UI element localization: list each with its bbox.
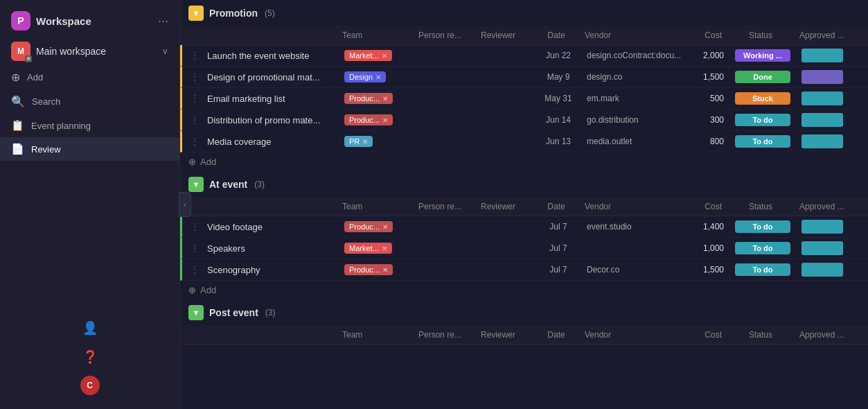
cost-cell: 800: [680, 137, 728, 146]
date-cell: Jun 22: [534, 51, 583, 60]
search-icon: 🔍: [11, 95, 25, 108]
date-cell: Jun 13: [534, 137, 583, 146]
event-planning-label: Event planning: [31, 121, 91, 131]
col-header-date: Date: [532, 202, 581, 211]
task-name[interactable]: Media coverage: [202, 137, 340, 147]
task-name[interactable]: Speakers: [202, 243, 340, 254]
team-tag[interactable]: Market... ✕: [340, 50, 416, 61]
approved-cell: [797, 241, 853, 255]
drag-handle[interactable]: ⋮: [188, 94, 202, 103]
drag-handle[interactable]: ⋮: [188, 72, 202, 82]
approved-cell: [797, 113, 853, 127]
table-row: ⋮ Scenography Produc... ✕ Jul 7 Decor.co…: [180, 259, 868, 281]
vendor-cell: Decor.co: [583, 265, 680, 275]
drag-handle[interactable]: ⋮: [188, 51, 202, 60]
status-cell[interactable]: Done: [728, 71, 797, 83]
search-label: Search: [32, 96, 60, 107]
date-cell: Jun 14: [534, 115, 583, 125]
status-cell[interactable]: Working ...: [728, 49, 797, 62]
group-promotion: ▼ Promotion (5) Team Person re... Review…: [180, 0, 868, 171]
add-icon: ⊕: [188, 157, 196, 167]
app-logo: P: [11, 11, 30, 31]
add-label: Add: [27, 72, 43, 82]
date-cell: Jul 7: [534, 265, 583, 275]
col-header-team: Team: [338, 31, 414, 40]
col-header-approved: Approved ...: [795, 202, 851, 211]
task-name[interactable]: Launch the event website: [202, 51, 340, 61]
team-tag[interactable]: Market... ✕: [340, 243, 416, 254]
promotion-add-row[interactable]: ⊕ Add: [180, 153, 868, 171]
drag-handle[interactable]: ⋮: [188, 137, 202, 146]
status-cell[interactable]: To do: [728, 135, 797, 148]
team-tag[interactable]: Design ✕: [340, 71, 416, 82]
sidebar-item-review[interactable]: 📄 Review: [0, 137, 179, 161]
approved-cell: [797, 92, 853, 105]
table-row: ⋮ Distribution of promo mate... Produc..…: [180, 110, 868, 131]
col-header-vendor: Vendor: [581, 202, 677, 211]
drag-handle[interactable]: ⋮: [188, 115, 202, 125]
team-tag[interactable]: PR ✕: [340, 136, 416, 147]
col-header-status: Status: [726, 31, 795, 40]
drag-handle[interactable]: ⋮: [188, 222, 202, 232]
post-event-table-header: Team Person re... Reviewer Date Vendor C…: [180, 326, 868, 345]
at-event-add-row[interactable]: ⊕ Add: [180, 281, 868, 299]
at-event-chevron[interactable]: ▼: [188, 177, 204, 192]
task-name[interactable]: Distribution of promo mate...: [202, 115, 340, 125]
team-tag[interactable]: Produc... ✕: [340, 264, 416, 275]
cost-cell: 2,000: [680, 51, 728, 60]
cost-cell: 1,000: [680, 243, 728, 253]
user-profile-icon[interactable]: 👤: [0, 313, 179, 342]
status-cell[interactable]: To do: [728, 220, 797, 233]
workspace-name-label: Main workspace: [36, 46, 162, 57]
team-tag[interactable]: Produc... ✕: [340, 114, 416, 125]
approved-cell: [797, 263, 853, 277]
status-cell[interactable]: To do: [728, 114, 797, 126]
date-cell: May 31: [534, 94, 583, 103]
post-event-group-name: Post event: [209, 307, 258, 318]
main-workspace-item[interactable]: M ⊞ Main workspace ∨: [0, 37, 179, 65]
workspace-more-button[interactable]: ···: [158, 14, 168, 28]
current-user-avatar[interactable]: C: [80, 376, 100, 395]
promotion-group-header: ▼ Promotion (5): [180, 0, 868, 26]
clipboard-icon: 📋: [11, 119, 24, 132]
help-icon[interactable]: ❓: [0, 342, 179, 372]
status-cell[interactable]: To do: [728, 263, 797, 276]
table-row: ⋮ Video footage Produc... ✕ Jul 7 event.…: [180, 216, 868, 238]
team-tag[interactable]: Produc... ✕: [340, 93, 416, 104]
review-icon: 📄: [11, 143, 24, 155]
status-cell[interactable]: To do: [728, 242, 797, 254]
sidebar-collapse-handle[interactable]: ‹: [179, 192, 191, 217]
at-event-group-header: ▼ At event (3): [180, 171, 868, 198]
search-button[interactable]: 🔍 Search: [0, 89, 179, 114]
col-header-status: Status: [726, 330, 795, 340]
col-header-date: Date: [532, 330, 581, 340]
drag-handle[interactable]: ⋮: [188, 265, 202, 275]
post-event-chevron[interactable]: ▼: [188, 305, 204, 320]
status-cell[interactable]: Stuck: [728, 92, 797, 105]
col-header-approved: Approved ...: [795, 31, 851, 40]
promotion-chevron[interactable]: ▼: [188, 6, 204, 21]
post-event-group-header: ▼ Post event (3): [180, 299, 868, 326]
col-header-team: Team: [338, 330, 414, 340]
table-row: ⋮ Email marketing list Produc... ✕ May 3…: [180, 88, 868, 110]
task-name[interactable]: Scenography: [202, 265, 340, 275]
review-label: Review: [31, 144, 61, 155]
task-name[interactable]: Video footage: [202, 222, 340, 232]
team-tag[interactable]: Produc... ✕: [340, 221, 416, 232]
col-header-cost: Cost: [677, 202, 726, 211]
cost-cell: 1,400: [680, 222, 728, 232]
col-header-vendor: Vendor: [581, 330, 677, 340]
at-event-table-header: Team Person re... Reviewer Date Vendor C…: [180, 198, 868, 216]
sidebar-item-event-planning[interactable]: 📋 Event planning: [0, 114, 179, 137]
workspace-badge: ⊞: [25, 55, 32, 62]
table-row: ⋮ Media coverage PR ✕ Jun 13 media.outle…: [180, 131, 868, 153]
drag-handle[interactable]: ⋮: [188, 243, 202, 253]
workspace-title: Workspace: [36, 15, 158, 27]
col-header-reviewer: Reviewer: [477, 31, 532, 40]
task-name[interactable]: Design of promotional mat...: [202, 72, 340, 82]
table-row: ⋮ Design of promotional mat... Design ✕ …: [180, 67, 868, 88]
col-header-date: Date: [532, 31, 581, 40]
add-button[interactable]: ⊕ Add: [0, 65, 179, 89]
add-row-label: Add: [200, 285, 216, 295]
task-name[interactable]: Email marketing list: [202, 94, 340, 104]
